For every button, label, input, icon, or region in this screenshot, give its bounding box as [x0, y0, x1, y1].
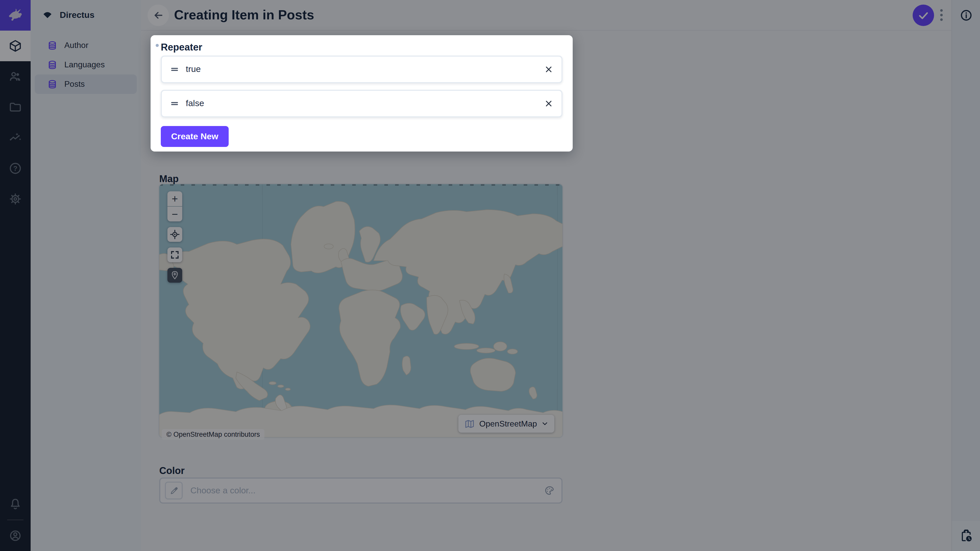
- repeater-label-row: Repeater: [156, 42, 202, 53]
- repeater-item-row[interactable]: true: [161, 56, 563, 83]
- repeater-item-value: false: [186, 98, 204, 109]
- repeater-popup: Repeater true: [151, 35, 573, 151]
- drag-handle-icon[interactable]: [169, 64, 180, 75]
- create-new-button[interactable]: Create New: [161, 126, 229, 147]
- repeater-item-value: true: [186, 64, 201, 75]
- app: ?: [0, 0, 980, 551]
- drag-handle-icon[interactable]: [169, 98, 180, 109]
- repeater-item-row[interactable]: false: [161, 90, 563, 118]
- edited-dot: [156, 44, 159, 47]
- remove-item-button[interactable]: [544, 64, 554, 75]
- repeater-field-label: Repeater: [161, 42, 202, 53]
- remove-item-button[interactable]: [544, 98, 554, 109]
